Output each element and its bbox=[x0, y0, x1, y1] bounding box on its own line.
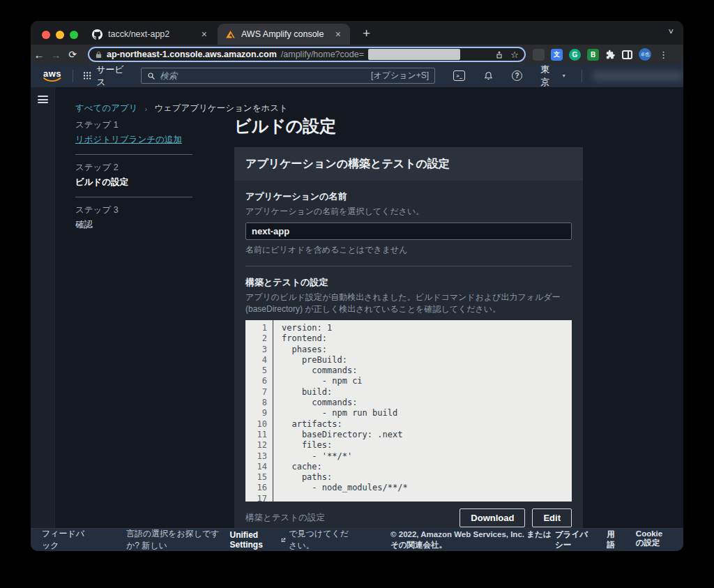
grammarly-extension-icon[interactable]: G bbox=[569, 49, 581, 61]
b-extension-icon[interactable]: B bbox=[587, 49, 599, 61]
wizard-steps: ステップ 1 リポジトリブランチの追加 ステップ 2 ビルドの設定 ステップ 3… bbox=[75, 116, 192, 231]
extension-area: 文 G B 卓也 ⋮ bbox=[533, 48, 668, 61]
extension-dimmed-icon[interactable] bbox=[533, 49, 545, 61]
tab-github[interactable]: tacck/next-app2 × bbox=[84, 24, 216, 45]
cloudshell-button[interactable]: >_ bbox=[453, 70, 465, 81]
new-tab-button[interactable]: + bbox=[357, 25, 376, 42]
page-title: ビルドの設定 bbox=[234, 115, 583, 137]
profile-avatar[interactable]: 卓也 bbox=[639, 48, 651, 61]
cookie-settings-link[interactable]: Cookie の設定 bbox=[636, 529, 672, 550]
breadcrumb-all-apps[interactable]: すべてのアプリ bbox=[75, 103, 138, 114]
close-tab-icon[interactable]: × bbox=[199, 28, 209, 40]
console-content: すべてのアプリ › ウェブアプリケーションをホスト ステップ 1 リポジトリブラ… bbox=[31, 87, 683, 528]
search-shortcut-hint: [オプション+S] bbox=[371, 70, 429, 82]
bookmark-star-icon[interactable]: ☆ bbox=[510, 50, 519, 60]
unified-settings-link[interactable]: Unified Settings bbox=[229, 530, 278, 550]
amplify-icon bbox=[225, 29, 236, 40]
aws-logo[interactable]: aws bbox=[40, 70, 64, 82]
app-name-desc: アプリケーションの名前を選択してください。 bbox=[245, 206, 572, 218]
back-button[interactable]: ← bbox=[31, 49, 47, 61]
tab-title: tacck/next-app2 bbox=[108, 29, 194, 39]
breadcrumb: すべてのアプリ › ウェブアプリケーションをホスト bbox=[75, 103, 288, 114]
privacy-link[interactable]: プライバシー bbox=[555, 529, 588, 550]
build-settings-desc: アプリのビルド設定が自動検出されました。ビルドコマンドおよび出力フォルダー (b… bbox=[245, 292, 575, 315]
minimize-window-button[interactable] bbox=[56, 31, 64, 39]
side-nav-strip bbox=[31, 87, 55, 528]
bell-icon bbox=[483, 70, 494, 82]
code-content: version: 1 frontend: phases: preBuild: c… bbox=[273, 320, 408, 502]
console-search[interactable]: [オプション+S] bbox=[141, 68, 435, 84]
services-menu[interactable]: サービス bbox=[73, 63, 141, 89]
step-1-link[interactable]: リポジトリブランチの追加 bbox=[75, 134, 192, 146]
forward-button[interactable]: → bbox=[47, 49, 64, 61]
main-column: ビルドの設定 アプリケーションの構築とテストの設定 アプリケーションの名前 アプ… bbox=[234, 115, 583, 536]
code-line-numbers: 1 2 3 4 5 6 7 8 9 10 11 12 13 14 15 16 1… bbox=[245, 320, 273, 502]
region-label: 東京 bbox=[540, 63, 557, 89]
caret-down-icon: ▼ bbox=[561, 73, 566, 78]
tab-strip: tacck/next-app2 × AWS Amplify console × … bbox=[31, 21, 683, 45]
step-3-label: 確認 bbox=[75, 219, 192, 231]
app-name-helper: 名前にピリオドを含めることはできません bbox=[245, 244, 572, 256]
close-tab-icon[interactable]: × bbox=[333, 28, 343, 40]
divider bbox=[582, 70, 582, 82]
step-2-number: ステップ 2 bbox=[75, 162, 192, 174]
hamburger-menu-icon[interactable] bbox=[38, 96, 48, 103]
feedback-link[interactable]: フィードバック bbox=[42, 528, 87, 551]
url-path: /amplify/home?code= bbox=[281, 50, 364, 59]
step-2-current: ビルドの設定 bbox=[75, 176, 192, 188]
download-button[interactable]: Download bbox=[459, 508, 525, 527]
tab-search-chevron-icon[interactable]: ˅ bbox=[668, 27, 674, 37]
window-controls bbox=[42, 31, 78, 39]
url-redacted-code bbox=[368, 49, 460, 60]
region-selector[interactable]: 東京 ▼ bbox=[540, 63, 566, 89]
panel-title: アプリケーションの構築とテストの設定 bbox=[234, 147, 583, 181]
search-icon bbox=[147, 72, 155, 80]
footer-language-text: 言語の選択をお探しですか? 新しい Unified Settings で見つけて… bbox=[126, 528, 353, 551]
divider bbox=[75, 154, 192, 155]
breadcrumb-separator-icon: › bbox=[145, 105, 148, 113]
cloudshell-icon: >_ bbox=[453, 70, 465, 81]
console-footer: フィードバック 言語の選択をお探しですか? 新しい Unified Settin… bbox=[31, 528, 683, 551]
lock-icon bbox=[95, 51, 102, 59]
terms-link[interactable]: 用語 bbox=[607, 529, 618, 550]
panel-body: アプリケーションの名前 アプリケーションの名前を選択してください。 名前にピリオ… bbox=[234, 181, 583, 536]
build-settings-label: 構築とテストの設定 bbox=[245, 276, 572, 289]
services-label: サービス bbox=[96, 63, 131, 89]
step-3-number: ステップ 3 bbox=[75, 204, 192, 216]
edit-button[interactable]: Edit bbox=[532, 508, 572, 527]
tab-title: AWS Amplify console bbox=[241, 29, 328, 39]
browser-toolbar: ← → ⟳ ap-northeast-1.console.aws.amazon.… bbox=[31, 45, 683, 64]
build-yaml-editor[interactable]: 1 2 3 4 5 6 7 8 9 10 11 12 13 14 15 16 1… bbox=[245, 320, 572, 502]
maximize-window-button[interactable] bbox=[70, 31, 78, 39]
extensions-puzzle-icon[interactable] bbox=[605, 50, 616, 60]
close-window-button[interactable] bbox=[42, 31, 50, 39]
github-icon bbox=[91, 29, 102, 40]
search-input[interactable] bbox=[160, 71, 367, 81]
address-bar[interactable]: ap-northeast-1.console.aws.amazon.com /a… bbox=[88, 47, 526, 62]
browser-menu-icon[interactable]: ⋮ bbox=[659, 50, 668, 60]
browser-window: tacck/next-app2 × AWS Amplify console × … bbox=[31, 21, 683, 551]
help-button[interactable]: ? bbox=[512, 70, 522, 81]
tab-amplify-active[interactable]: AWS Amplify console × bbox=[218, 24, 350, 45]
desktop: tacck/next-app2 × AWS Amplify console × … bbox=[0, 0, 714, 588]
app-name-input[interactable] bbox=[245, 223, 572, 240]
main-area: すべてのアプリ › ウェブアプリケーションをホスト ステップ 1 リポジトリブラ… bbox=[55, 87, 683, 528]
code-footer: 構築とテストの設定 Download Edit bbox=[245, 508, 572, 527]
divider bbox=[75, 197, 192, 197]
reload-button[interactable]: ⟳ bbox=[64, 49, 81, 60]
copyright-text: © 2022, Amazon Web Services, Inc. またはその関… bbox=[390, 529, 555, 550]
code-caption: 構築とテストの設定 bbox=[245, 512, 325, 524]
side-panel-icon[interactable] bbox=[622, 50, 632, 59]
translate-extension-icon[interactable]: 文 bbox=[551, 49, 563, 61]
grid-icon bbox=[83, 71, 91, 80]
step-1-number: ステップ 1 bbox=[75, 119, 192, 131]
divider bbox=[245, 266, 572, 266]
help-icon: ? bbox=[512, 70, 522, 81]
notifications-button[interactable] bbox=[483, 70, 494, 82]
url-host: ap-northeast-1.console.aws.amazon.com bbox=[107, 50, 277, 59]
app-name-label: アプリケーションの名前 bbox=[245, 190, 572, 203]
build-settings-panel: アプリケーションの構築とテストの設定 アプリケーションの名前 アプリケーションの… bbox=[234, 147, 583, 536]
account-name-redacted[interactable] bbox=[592, 71, 683, 81]
share-icon[interactable] bbox=[495, 50, 503, 59]
aws-console-header: aws サービス [オプション+S] >_ ? bbox=[31, 64, 683, 87]
